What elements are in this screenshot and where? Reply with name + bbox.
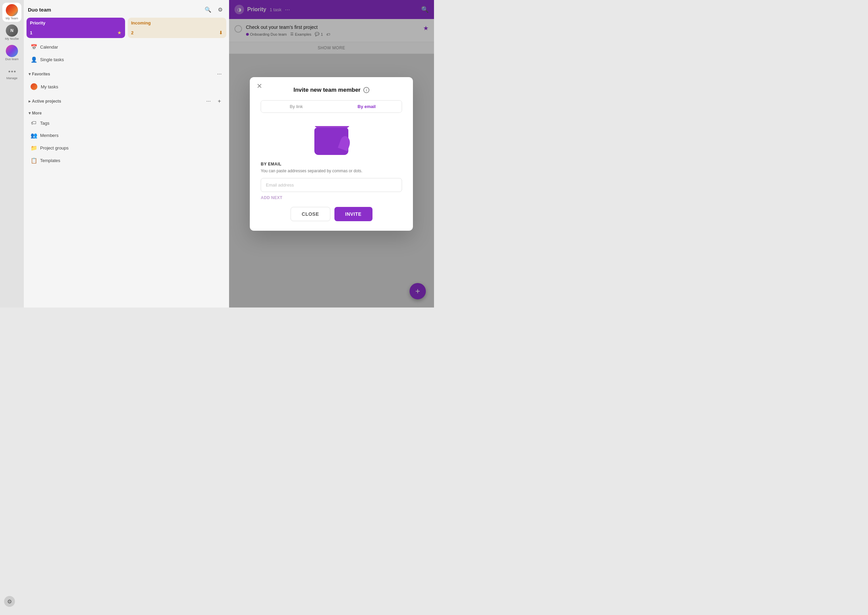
favorites-more-button[interactable]: ··· — [215, 69, 224, 79]
modal-tabs: By link By email — [261, 100, 402, 113]
by-email-label: BY EMAIL — [261, 162, 402, 167]
sidebar-icon-label-my-nozbe: My Nozbe — [5, 37, 19, 41]
tab-by-link[interactable]: By link — [261, 101, 331, 112]
email-input[interactable] — [261, 178, 402, 192]
active-projects-title: ▸ Active projects — [28, 99, 61, 104]
single-tasks-icon: 👤 — [31, 56, 37, 63]
sidebar-icon-label-duo-team: Duo team — [5, 58, 18, 61]
team-title: Duo team — [28, 7, 51, 12]
calendar-icon: 📅 — [31, 44, 37, 50]
incoming-download-icon: ⬇ — [219, 30, 223, 35]
by-email-description: You can paste addresses separated by com… — [261, 169, 402, 173]
nav-single-tasks[interactable]: 👤 Single tasks — [26, 54, 227, 66]
tab-by-email[interactable]: By email — [331, 101, 402, 112]
settings-header-button[interactable]: ⚙ — [215, 5, 225, 14]
modal-info-icon[interactable]: i — [363, 87, 369, 93]
sidebar-icon-label-my-team: My Team — [6, 17, 18, 20]
active-projects-chevron-icon: ▸ — [28, 99, 31, 104]
nav-calendar[interactable]: 📅 Calendar — [26, 41, 227, 53]
active-projects-add-button[interactable]: + — [215, 97, 224, 106]
avatar-my-nozbe: N — [6, 25, 18, 37]
my-tasks-avatar — [31, 83, 37, 90]
modal-title: Invite new team member i — [261, 87, 402, 94]
priority-star-icon: ★ — [117, 30, 122, 35]
nav-project-groups-label: Project groups — [40, 145, 69, 150]
nav-templates[interactable]: 📋 Templates — [26, 155, 227, 167]
invite-modal: ✕ Invite new team member i By link By em… — [250, 77, 413, 231]
tab-incoming-count: 2 — [131, 30, 134, 35]
nav-members-label: Members — [40, 133, 58, 138]
favorites-actions: ··· — [215, 69, 224, 79]
nav-my-tasks[interactable]: My tasks — [26, 81, 227, 93]
more-chevron-icon: ▾ — [28, 111, 31, 116]
sidebar-item-duo-team[interactable]: Duo team — [2, 44, 22, 62]
close-button[interactable]: CLOSE — [290, 207, 330, 221]
sidebar-icon-column: My Team N My Nozbe Duo team Manage ⚙ — [0, 0, 24, 308]
active-projects-more-button[interactable]: ··· — [204, 97, 214, 106]
sidebar-main: Duo team 🔍 ⚙ Priority 1 ★ Incoming 2 ⬇ 📅… — [24, 0, 229, 308]
modal-footer: CLOSE INVITE — [261, 207, 402, 221]
tab-priority[interactable]: Priority 1 ★ — [27, 18, 125, 38]
sidebar-item-manage[interactable]: Manage — [2, 64, 22, 83]
nav-single-tasks-label: Single tasks — [40, 57, 64, 62]
nav-members[interactable]: 👥 Members — [26, 130, 227, 141]
sidebar-header-icons: 🔍 ⚙ — [203, 5, 225, 14]
project-tabs: Priority 1 ★ Incoming 2 ⬇ — [24, 18, 229, 41]
envelope-graphic — [313, 121, 350, 155]
project-groups-icon: 📁 — [31, 145, 37, 151]
nav-my-tasks-label: My tasks — [41, 84, 58, 89]
tab-incoming[interactable]: Incoming 2 ⬇ — [128, 18, 226, 38]
more-section-header: ▾ More — [24, 108, 229, 117]
tab-incoming-name: Incoming — [131, 20, 223, 25]
tab-priority-name: Priority — [30, 20, 122, 25]
email-illustration — [261, 121, 402, 155]
modal-close-button[interactable]: ✕ — [257, 83, 262, 89]
add-next-button[interactable]: ADD NEXT — [261, 195, 283, 200]
sidebar-icon-label-manage: Manage — [6, 77, 18, 80]
nav-templates-label: Templates — [40, 158, 60, 163]
favorites-section-header: ▾ Favorites ··· — [24, 66, 229, 80]
tags-icon: 🏷 — [31, 120, 37, 126]
active-projects-section-header: ▸ Active projects ··· + — [24, 93, 229, 108]
tab-priority-bottom: 1 ★ — [30, 30, 122, 35]
sidebar-item-my-nozbe[interactable]: N My Nozbe — [2, 23, 22, 42]
invite-button[interactable]: INVITE — [334, 207, 373, 221]
favorites-chevron-icon: ▾ — [28, 72, 31, 76]
modal-overlay[interactable]: ✕ Invite new team member i By link By em… — [229, 0, 434, 308]
active-projects-actions: ··· + — [204, 97, 224, 106]
templates-icon: 📋 — [31, 157, 37, 164]
nav-project-groups[interactable]: 📁 Project groups — [26, 142, 227, 154]
tab-priority-count: 1 — [30, 30, 32, 35]
nav-tags[interactable]: 🏷 Tags — [26, 117, 227, 129]
manage-dots-icon — [8, 71, 16, 72]
nav-calendar-label: Calendar — [40, 45, 58, 50]
members-icon: 👥 — [31, 132, 37, 139]
more-title: ▾ More — [28, 111, 42, 116]
sidebar-header: Duo team 🔍 ⚙ — [24, 0, 229, 18]
main-content: ◑ Priority 1 task ··· 🔍 Check out your t… — [229, 0, 434, 308]
search-button[interactable]: 🔍 — [203, 5, 213, 14]
nav-tags-label: Tags — [40, 121, 49, 126]
tab-incoming-bottom: 2 ⬇ — [131, 30, 223, 35]
favorites-title: ▾ Favorites — [28, 72, 50, 76]
sidebar-item-my-team[interactable]: My Team — [2, 3, 22, 22]
